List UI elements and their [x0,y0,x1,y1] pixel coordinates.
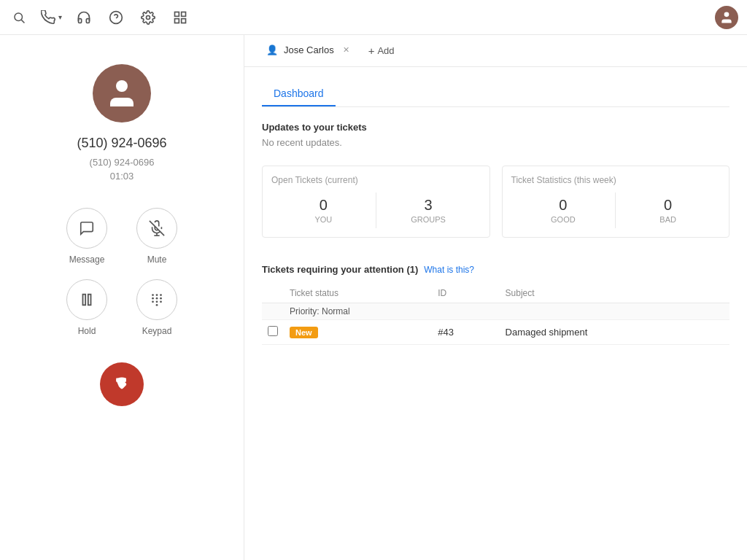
svg-point-22 [152,300,154,303]
svg-rect-8 [182,18,186,23]
ticket-id-cell[interactable]: #43 [432,320,499,345]
row-checkbox-cell [262,320,284,345]
tab-bar: 👤 Jose Carlos ✕ + Add [244,35,747,67]
bad-stat: 0 BAD [616,192,720,228]
svg-rect-14 [83,295,86,306]
attention-section: Tickets requiring your attention (1) Wha… [262,264,729,345]
keypad-icon [136,279,177,320]
svg-point-21 [160,298,162,300]
svg-rect-7 [175,18,179,23]
svg-point-16 [152,294,154,296]
user-avatar[interactable] [715,6,738,29]
col-checkbox [262,284,284,303]
ticket-stats-box: Ticket Statistics (this week) 0 GOOD 0 B… [502,166,730,238]
right-panel: 👤 Jose Carlos ✕ + Add Dashboard Updates … [244,35,747,560]
dash-tabs: Dashboard [262,82,729,107]
caller-number: (510) 924-0696 [90,157,155,168]
svg-point-0 [15,13,23,21]
main-content: (510) 924-0696 (510) 924-0696 01:03 Mess… [0,35,747,560]
mute-label: Mute [147,254,167,265]
tab-label: Jose Carlos [284,44,334,55]
caller-name: (510) 924-0696 [77,136,166,151]
svg-point-20 [156,298,158,300]
row-checkbox[interactable] [268,326,278,336]
add-tab-label: Add [377,45,394,56]
tab-close-icon[interactable]: ✕ [343,45,349,55]
keypad-label: Keypad [142,326,172,336]
attention-title: Tickets requiring your attention (1) [262,264,418,275]
svg-rect-6 [182,12,186,16]
tab-user-icon: 👤 [266,44,278,55]
open-tickets-box: Open Tickets (current) 0 YOU 3 GROUPS [262,166,490,238]
open-tickets-title: Open Tickets (current) [271,175,481,185]
message-label: Message [69,254,105,265]
svg-rect-5 [175,12,179,16]
call-panel: (510) 924-0696 (510) 924-0696 01:03 Mess… [0,35,244,560]
ticket-subject-cell: Damaged shipment [500,320,729,345]
ticket-stats-title: Ticket Statistics (this week) [511,175,721,185]
message-icon [66,208,107,249]
svg-point-19 [152,298,154,300]
hold-icon [66,279,107,320]
what-link[interactable]: What is this? [424,265,474,275]
open-tickets-stats: 0 YOU 3 GROUPS [271,192,481,228]
mute-button[interactable]: Mute [136,208,177,265]
search-icon[interactable] [9,7,29,28]
plus-icon: + [368,44,375,57]
col-id: ID [432,284,499,303]
col-subject: Subject [500,284,729,303]
hold-button[interactable]: Hold [66,279,107,336]
no-updates: No recent updates. [262,137,729,148]
svg-line-1 [21,20,24,23]
attention-header: Tickets requiring your attention (1) Wha… [262,264,729,275]
groups-stat: 3 GROUPS [376,192,481,228]
phone-dropdown[interactable]: ▾ [41,10,62,25]
call-timer: 01:03 [110,171,134,182]
svg-point-9 [724,12,729,17]
mute-icon [136,208,177,249]
caller-avatar [93,64,151,122]
ticket-status-cell: New [284,320,432,345]
settings-icon[interactable] [138,7,158,28]
svg-point-23 [156,300,158,303]
updates-title: Updates to your tickets [262,122,729,133]
good-stat: 0 GOOD [511,192,616,228]
call-buttons-row1: Message Mute [66,208,177,265]
svg-point-4 [147,15,150,19]
tab-add[interactable]: + Add [360,35,403,67]
updates-section: Updates to your tickets No recent update… [262,122,729,148]
ticket-statistics-row: 0 GOOD 0 BAD [511,192,721,228]
priority-row: Priority: Normal [262,303,729,320]
attention-table: Ticket status ID Subject Priority: Norma… [262,284,729,345]
svg-point-25 [156,304,158,306]
tab-jose-carlos[interactable]: 👤 Jose Carlos ✕ [256,35,360,67]
keypad-button[interactable]: Keypad [136,279,177,336]
message-button[interactable]: Message [66,208,107,265]
svg-rect-15 [88,295,91,306]
priority-label: Priority: Normal [284,303,729,320]
svg-point-24 [160,300,162,303]
status-badge: New [290,327,318,338]
help-icon[interactable] [106,7,126,28]
table-row: New #43 Damaged shipment [262,320,729,345]
svg-point-17 [156,294,158,296]
toolbar: ▾ [0,0,747,35]
hold-label: Hold [78,326,96,336]
end-call-button[interactable] [100,362,144,406]
you-stat: 0 YOU [271,192,376,228]
dashboard-content: Dashboard Updates to your tickets No rec… [244,67,747,560]
headset-icon[interactable] [74,7,94,28]
phone-chevron: ▾ [58,13,62,21]
svg-point-18 [160,294,162,296]
call-buttons-row2: Hold Keypad [66,279,177,336]
grid-icon[interactable] [170,7,190,28]
col-ticket-status: Ticket status [284,284,432,303]
svg-point-10 [116,80,128,92]
dashboard-tab[interactable]: Dashboard [262,82,336,106]
